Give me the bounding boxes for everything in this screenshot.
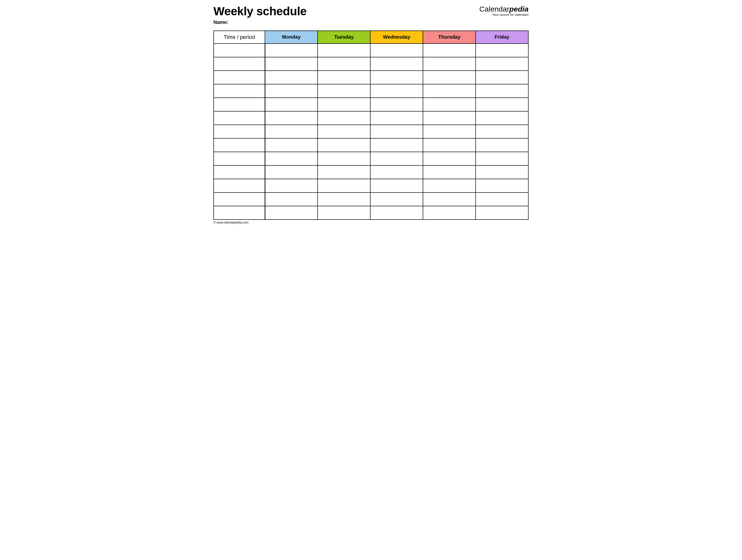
schedule-cell[interactable] bbox=[476, 44, 528, 57]
schedule-cell[interactable] bbox=[318, 71, 370, 84]
time-cell[interactable] bbox=[214, 179, 265, 192]
schedule-cell[interactable] bbox=[265, 84, 318, 98]
schedule-cell[interactable] bbox=[370, 138, 423, 152]
schedule-cell[interactable] bbox=[370, 111, 423, 125]
schedule-cell[interactable] bbox=[265, 165, 318, 179]
schedule-cell[interactable] bbox=[265, 125, 318, 138]
table-row bbox=[214, 57, 528, 71]
schedule-cell[interactable] bbox=[318, 57, 370, 71]
schedule-cell[interactable] bbox=[370, 98, 423, 111]
schedule-cell[interactable] bbox=[370, 84, 423, 98]
schedule-cell[interactable] bbox=[476, 179, 528, 192]
table-row bbox=[214, 206, 528, 220]
schedule-cell[interactable] bbox=[476, 111, 528, 125]
schedule-cell[interactable] bbox=[476, 192, 528, 206]
schedule-cell[interactable] bbox=[318, 111, 370, 125]
schedule-cell[interactable] bbox=[476, 152, 528, 165]
schedule-cell[interactable] bbox=[423, 125, 476, 138]
time-cell[interactable] bbox=[214, 192, 265, 206]
schedule-cell[interactable] bbox=[265, 138, 318, 152]
time-cell[interactable] bbox=[214, 206, 265, 220]
schedule-cell[interactable] bbox=[370, 192, 423, 206]
table-row bbox=[214, 44, 528, 57]
time-cell[interactable] bbox=[214, 57, 265, 71]
schedule-cell[interactable] bbox=[423, 98, 476, 111]
schedule-cell[interactable] bbox=[265, 192, 318, 206]
schedule-cell[interactable] bbox=[370, 71, 423, 84]
time-cell[interactable] bbox=[214, 98, 265, 111]
schedule-cell[interactable] bbox=[370, 179, 423, 192]
schedule-cell[interactable] bbox=[476, 165, 528, 179]
day-header-thursday: Thursday bbox=[423, 31, 476, 44]
brand-pedia-text: pedia bbox=[509, 5, 529, 13]
schedule-cell[interactable] bbox=[423, 192, 476, 206]
schedule-cell[interactable] bbox=[423, 138, 476, 152]
schedule-cell[interactable] bbox=[476, 206, 528, 220]
schedule-cell[interactable] bbox=[265, 57, 318, 71]
schedule-cell[interactable] bbox=[476, 98, 528, 111]
schedule-cell[interactable] bbox=[476, 138, 528, 152]
schedule-cell[interactable] bbox=[265, 98, 318, 111]
schedule-cell[interactable] bbox=[265, 152, 318, 165]
schedule-cell[interactable] bbox=[370, 44, 423, 57]
schedule-cell[interactable] bbox=[265, 179, 318, 192]
schedule-cell[interactable] bbox=[265, 71, 318, 84]
table-row bbox=[214, 165, 528, 179]
schedule-cell[interactable] bbox=[318, 152, 370, 165]
schedule-cell[interactable] bbox=[423, 206, 476, 220]
schedule-cell[interactable] bbox=[423, 165, 476, 179]
schedule-cell[interactable] bbox=[423, 179, 476, 192]
time-cell[interactable] bbox=[214, 44, 265, 57]
time-cell[interactable] bbox=[214, 165, 265, 179]
brand-logo: Calendarpedia bbox=[479, 5, 529, 13]
brand-calendar-text: Calendar bbox=[479, 5, 509, 13]
page-container: Weekly schedule Calendarpedia Your sourc… bbox=[213, 5, 529, 224]
schedule-cell[interactable] bbox=[318, 138, 370, 152]
schedule-cell[interactable] bbox=[370, 57, 423, 71]
schedule-cell[interactable] bbox=[476, 71, 528, 84]
schedule-body bbox=[214, 44, 528, 220]
schedule-cell[interactable] bbox=[318, 84, 370, 98]
schedule-cell[interactable] bbox=[265, 44, 318, 57]
time-cell[interactable] bbox=[214, 138, 265, 152]
time-cell[interactable] bbox=[214, 84, 265, 98]
time-cell[interactable] bbox=[214, 125, 265, 138]
schedule-cell[interactable] bbox=[423, 71, 476, 84]
schedule-cell[interactable] bbox=[318, 206, 370, 220]
schedule-cell[interactable] bbox=[370, 152, 423, 165]
table-row bbox=[214, 192, 528, 206]
schedule-cell[interactable] bbox=[370, 165, 423, 179]
table-row bbox=[214, 152, 528, 165]
schedule-cell[interactable] bbox=[423, 44, 476, 57]
schedule-cell[interactable] bbox=[423, 111, 476, 125]
schedule-cell[interactable] bbox=[265, 206, 318, 220]
day-header-wednesday: Wednesday bbox=[370, 31, 423, 44]
time-cell[interactable] bbox=[214, 152, 265, 165]
schedule-cell[interactable] bbox=[318, 179, 370, 192]
schedule-cell[interactable] bbox=[423, 84, 476, 98]
schedule-cell[interactable] bbox=[423, 57, 476, 71]
schedule-cell[interactable] bbox=[423, 152, 476, 165]
schedule-cell[interactable] bbox=[476, 84, 528, 98]
header-row: Time / period MondayTuesdayWednesdayThur… bbox=[214, 31, 528, 44]
schedule-cell[interactable] bbox=[318, 44, 370, 57]
table-row bbox=[214, 84, 528, 98]
table-row bbox=[214, 111, 528, 125]
page-title: Weekly schedule bbox=[213, 5, 307, 18]
schedule-cell[interactable] bbox=[318, 165, 370, 179]
table-row bbox=[214, 125, 528, 138]
time-cell[interactable] bbox=[214, 71, 265, 84]
time-cell[interactable] bbox=[214, 111, 265, 125]
brand-tagline: Your source for calendars bbox=[479, 13, 529, 16]
schedule-cell[interactable] bbox=[370, 125, 423, 138]
schedule-cell[interactable] bbox=[265, 111, 318, 125]
schedule-cell[interactable] bbox=[318, 125, 370, 138]
schedule-table: Time / period MondayTuesdayWednesdayThur… bbox=[213, 31, 529, 220]
schedule-cell[interactable] bbox=[476, 57, 528, 71]
day-header-monday: Monday bbox=[265, 31, 318, 44]
schedule-cell[interactable] bbox=[318, 192, 370, 206]
table-row bbox=[214, 71, 528, 84]
schedule-cell[interactable] bbox=[476, 125, 528, 138]
schedule-cell[interactable] bbox=[370, 206, 423, 220]
schedule-cell[interactable] bbox=[318, 98, 370, 111]
